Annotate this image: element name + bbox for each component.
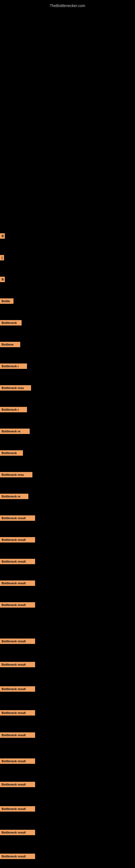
- bottleneck-label[interactable]: [: [0, 255, 4, 260]
- bottleneck-label-row: Bottleneck resu: [0, 385, 31, 392]
- bottleneck-label-row: Bottleneck re: [0, 429, 30, 435]
- bottleneck-label[interactable]: Bottleneck re: [0, 429, 30, 434]
- bottleneck-label-row: Bottleneck result: [0, 639, 35, 645]
- bottleneck-label[interactable]: Bottleneck result: [0, 782, 35, 787]
- bottleneck-label[interactable]: Bottleneck r: [0, 364, 27, 369]
- bottleneck-label[interactable]: B: [0, 233, 5, 239]
- bottleneck-label[interactable]: Bottleneck result: [0, 686, 35, 692]
- site-title: TheBottlenecker.com: [0, 1, 135, 10]
- bottleneck-label[interactable]: Bottleneck result: [0, 710, 35, 716]
- bottleneck-label-row: Bottle: [0, 299, 13, 305]
- bottleneck-label-row: Bottleneck result: [0, 830, 35, 836]
- bottleneck-label[interactable]: Bottleneck result: [0, 662, 35, 667]
- bottleneck-label-row: Bottleneck result: [0, 581, 35, 587]
- bottleneck-label-row: B: [0, 233, 5, 240]
- bottleneck-label-row: Bottleneck result: [0, 806, 35, 813]
- bottleneck-label-row: Bottleneck r: [0, 364, 27, 370]
- bottleneck-label-row: Bottleneck result: [0, 602, 35, 609]
- bottleneck-label-row: Bottleneck: [0, 320, 21, 327]
- bottleneck-label[interactable]: Bottleneck resu: [0, 472, 32, 477]
- bottleneck-label-row: Bottleneck result: [0, 758, 35, 765]
- bottleneck-label[interactable]: Bottleneck: [0, 320, 21, 326]
- bottleneck-label-row: Bottleneck result: [0, 662, 35, 669]
- bottleneck-label[interactable]: Bottleneck result: [0, 537, 35, 542]
- bottleneck-label-row: Bottleneck: [0, 450, 23, 457]
- bottleneck-label-row: Bottleneck re: [0, 494, 28, 500]
- bottleneck-label[interactable]: Bottleneck result: [0, 733, 35, 738]
- bottleneck-label[interactable]: Bottleneck result: [0, 559, 35, 564]
- bottleneck-label-row: Bottleneck result: [0, 854, 35, 860]
- bottleneck-label-row: B: [0, 277, 5, 283]
- bottleneck-label-row: Bottleneck result: [0, 686, 35, 693]
- bottleneck-label-row: Bottlene: [0, 342, 20, 348]
- bottleneck-label[interactable]: Bottleneck r: [0, 407, 27, 412]
- bottleneck-label-row: Bottleneck result: [0, 516, 35, 522]
- bottleneck-label-row: [: [0, 255, 4, 261]
- bottleneck-label-row: Bottleneck result: [0, 782, 35, 788]
- bottleneck-label[interactable]: B: [0, 277, 5, 282]
- bottleneck-label[interactable]: Bottle: [0, 299, 13, 304]
- bottleneck-label[interactable]: Bottleneck: [0, 450, 23, 456]
- bottleneck-label[interactable]: Bottleneck result: [0, 758, 35, 764]
- bottleneck-label[interactable]: Bottleneck re: [0, 494, 28, 499]
- bottleneck-label[interactable]: Bottleneck result: [0, 854, 35, 859]
- bottleneck-label[interactable]: Bottleneck resu: [0, 385, 31, 391]
- bottleneck-label[interactable]: Bottleneck result: [0, 806, 35, 812]
- bottleneck-label[interactable]: Bottleneck result: [0, 639, 35, 644]
- bottleneck-label-row: Bottleneck result: [0, 710, 35, 717]
- bottleneck-label[interactable]: Bottlene: [0, 342, 20, 347]
- bottleneck-label-row: Bottleneck result: [0, 733, 35, 739]
- bottleneck-label-row: Bottleneck result: [0, 559, 35, 565]
- bottleneck-label-row: Bottleneck result: [0, 537, 35, 544]
- bottleneck-label-row: Bottleneck r: [0, 407, 27, 413]
- bottleneck-label[interactable]: Bottleneck result: [0, 830, 35, 835]
- bottleneck-label[interactable]: Bottleneck result: [0, 516, 35, 521]
- bottleneck-label[interactable]: Bottleneck result: [0, 581, 35, 586]
- bottleneck-label-row: Bottleneck resu: [0, 472, 32, 478]
- bottleneck-label[interactable]: Bottleneck result: [0, 602, 35, 608]
